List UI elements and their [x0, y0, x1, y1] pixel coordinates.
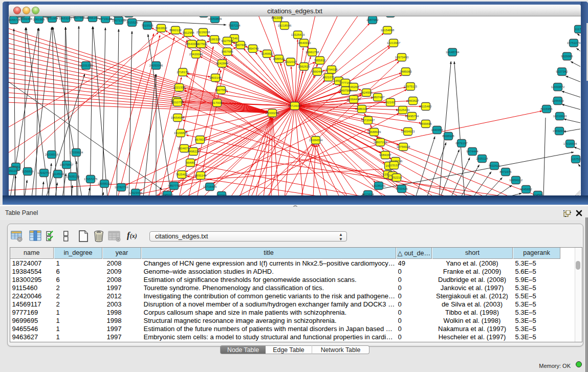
svg-text:1061906: 1061906 [33, 18, 45, 21]
svg-text:19654923: 19654923 [401, 130, 415, 133]
svg-text:1156819: 1156819 [22, 170, 34, 173]
svg-text:9427552: 9427552 [215, 89, 227, 92]
svg-text:1527602: 1527602 [73, 16, 85, 19]
svg-text:7485063: 7485063 [400, 70, 412, 73]
svg-text:17359924: 17359924 [70, 151, 83, 154]
svg-text:9857771: 9857771 [168, 184, 180, 187]
svg-text:16053809: 16053809 [208, 17, 222, 20]
svg-text:16782759: 16782759 [115, 186, 128, 189]
svg-text:7357214: 7357214 [228, 24, 241, 27]
svg-text:7955812: 7955812 [314, 59, 326, 62]
svg-text:116753: 116753 [571, 158, 581, 161]
svg-text:9242848: 9242848 [216, 62, 228, 65]
svg-text:10807487: 10807487 [371, 96, 385, 99]
svg-text:10671355: 10671355 [112, 19, 126, 22]
svg-text:1691144: 1691144 [195, 174, 207, 177]
svg-text:18640910: 18640910 [297, 41, 311, 45]
svg-text:12213967: 12213967 [387, 41, 401, 45]
svg-text:20991406: 20991406 [19, 17, 33, 20]
svg-text:15716485: 15716485 [203, 185, 217, 188]
svg-text:1221338: 1221338 [173, 86, 185, 89]
svg-text:1114519: 1114519 [52, 172, 64, 176]
svg-text:16648784: 16648784 [446, 51, 460, 54]
svg-text:10973493: 10973493 [395, 56, 409, 59]
svg-text:18724007: 18724007 [288, 104, 302, 107]
svg-text:9245013: 9245013 [161, 193, 173, 195]
svg-text:3498222: 3498222 [187, 150, 200, 153]
svg-text:1413614: 1413614 [362, 193, 374, 195]
svg-text:2803144: 2803144 [209, 76, 222, 79]
svg-text:2087682: 2087682 [366, 18, 379, 21]
svg-text:14136141: 14136141 [372, 184, 386, 187]
svg-text:19692971: 19692971 [553, 129, 567, 133]
svg-text:39119: 39119 [9, 169, 17, 172]
svg-text:7986322: 7986322 [356, 107, 368, 111]
svg-text:12942757: 12942757 [37, 171, 51, 174]
svg-text:2367608: 2367608 [234, 43, 247, 47]
svg-text:157164: 157164 [216, 194, 227, 195]
svg-text:7663822: 7663822 [155, 27, 167, 30]
svg-text:417008: 417008 [212, 101, 223, 104]
svg-text:23226058: 23226058 [197, 31, 210, 34]
svg-text:8215956: 8215956 [540, 107, 553, 111]
svg-text:2935114: 2935114 [476, 157, 489, 160]
svg-text:16201353: 16201353 [79, 64, 93, 67]
svg-text:99489: 99489 [186, 161, 195, 164]
svg-text:8186328: 8186328 [208, 38, 221, 41]
svg-text:20364436: 20364436 [347, 98, 361, 101]
svg-text:12975115: 12975115 [404, 85, 418, 88]
svg-text:3912954: 3912954 [182, 31, 194, 34]
svg-text:252214: 252214 [391, 176, 402, 179]
svg-text:1588520: 1588520 [273, 57, 285, 60]
svg-text:115132: 115132 [389, 164, 399, 167]
svg-text:6794028: 6794028 [325, 68, 338, 71]
svg-text:3624554: 3624554 [360, 91, 373, 94]
svg-text:857833: 857833 [195, 138, 206, 141]
svg-text:15720407: 15720407 [361, 119, 375, 122]
svg-text:3457685: 3457685 [221, 50, 233, 53]
svg-text:6497568: 6497568 [339, 89, 352, 92]
svg-text:10653267: 10653267 [59, 17, 73, 20]
svg-text:10756928: 10756928 [397, 145, 410, 148]
svg-text:12093872: 12093872 [551, 85, 565, 89]
svg-text:20206516: 20206516 [45, 153, 59, 156]
svg-text:9329966: 9329966 [561, 55, 573, 58]
svg-text:19654965: 19654965 [171, 116, 185, 119]
svg-text:11178: 11178 [575, 28, 581, 31]
svg-text:19384554: 19384554 [309, 139, 323, 142]
svg-text:9699695: 9699695 [420, 122, 432, 125]
svg-text:9327508: 9327508 [221, 39, 233, 42]
svg-text:3454749: 3454749 [247, 47, 259, 50]
svg-text:8938928: 8938928 [442, 135, 454, 138]
svg-text:23300293: 23300293 [266, 112, 279, 115]
svg-text:7515526: 7515526 [126, 21, 138, 24]
svg-text:10543362: 10543362 [185, 42, 199, 46]
svg-text:1244419: 1244419 [552, 99, 564, 102]
svg-text:9227342: 9227342 [556, 70, 568, 73]
svg-text:6990448: 6990448 [311, 70, 323, 73]
svg-text:7515526: 7515526 [141, 24, 154, 27]
svg-text:19218506: 19218506 [278, 24, 292, 27]
svg-text:16154808: 16154808 [381, 29, 395, 32]
svg-text:10025433: 10025433 [396, 108, 410, 112]
svg-text:7632621: 7632621 [488, 164, 500, 167]
svg-text:17957275: 17957275 [84, 178, 98, 181]
svg-text:10975867: 10975867 [60, 163, 74, 166]
svg-text:1562615: 1562615 [298, 65, 310, 68]
svg-text:10688609: 10688609 [367, 130, 381, 134]
svg-text:10210643: 10210643 [553, 115, 567, 118]
svg-text:1733426: 1733426 [396, 187, 408, 190]
svg-text:10719185: 10719185 [99, 17, 113, 20]
svg-text:16961758: 16961758 [306, 51, 319, 54]
svg-text:9463627: 9463627 [407, 99, 419, 102]
svg-text:12505135: 12505135 [66, 175, 80, 178]
svg-text:19166825: 19166825 [174, 132, 188, 135]
svg-text:9084067: 9084067 [379, 154, 391, 157]
svg-text:62160: 62160 [386, 101, 395, 104]
svg-text:15751074: 15751074 [567, 41, 581, 45]
svg-text:10958107: 10958107 [98, 182, 112, 185]
svg-text:12923446: 12923446 [129, 191, 143, 194]
svg-text:10654112: 10654112 [509, 179, 523, 182]
svg-text:1010755: 1010755 [171, 101, 184, 104]
svg-text:9474444: 9474444 [466, 150, 478, 153]
